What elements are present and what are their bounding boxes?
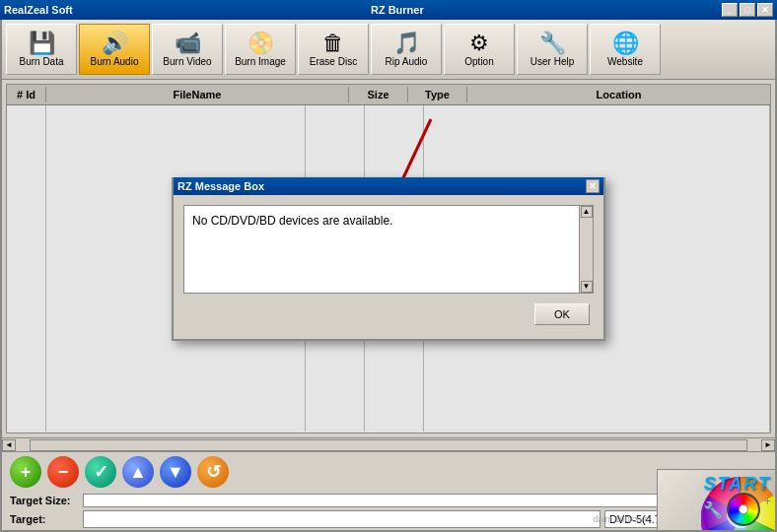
toolbar: 💾 Burn Data 🔊 Burn Audio 📹 Burn Video 📀 … — [2, 20, 775, 80]
remove-button[interactable]: − — [47, 456, 79, 488]
rip-audio-button[interactable]: 🎵 Rip Audio — [371, 24, 442, 75]
burn-video-button[interactable]: 📹 Burn Video — [152, 24, 223, 75]
h-scroll-right[interactable]: ► — [761, 439, 775, 451]
maximize-button[interactable]: □ — [740, 3, 755, 17]
close-button[interactable]: ✕ — [757, 3, 773, 17]
erase-disc-button[interactable]: 🗑 Erase Disc — [298, 24, 369, 75]
start-label: START — [704, 474, 771, 495]
burn-data-icon: 💾 — [29, 33, 55, 54]
website-button[interactable]: 🌐 Website — [590, 24, 661, 75]
burn-image-button[interactable]: 📀 Burn Image — [225, 24, 296, 75]
target-label: Target: — [10, 513, 77, 525]
target-row: Target: DVD-5(4.7G) Disc Label — [10, 510, 767, 528]
user-help-icon: 🔧 — [539, 33, 566, 54]
burn-audio-button[interactable]: 🔊 Burn Audio — [79, 24, 150, 75]
website-label: Website — [607, 56, 643, 67]
user-help-button[interactable]: 🔧 User Help — [517, 24, 588, 75]
ok-button[interactable]: OK — [534, 303, 590, 325]
scroll-up-arrow[interactable]: ▲ — [581, 206, 593, 218]
check-button[interactable]: ✓ — [85, 456, 116, 488]
burn-video-label: Burn Video — [163, 56, 211, 67]
h-scroll-track[interactable] — [30, 439, 747, 451]
target-size-label: Target Size: — [10, 495, 77, 506]
start-panel: START 🔧 + — [657, 469, 775, 530]
scroll-down-arrow[interactable]: ▼ — [581, 281, 593, 293]
option-label: Option — [464, 56, 493, 67]
burn-image-icon: 📀 — [247, 33, 274, 54]
burn-data-label: Burn Data — [19, 56, 63, 67]
modal-message-area: No CD/DVD/BD devices are available. ▲ ▼ — [183, 205, 594, 294]
h-scrollbar: ◄ ► — [2, 437, 775, 451]
down-button[interactable]: ▼ — [160, 456, 191, 488]
burn-audio-label: Burn Audio — [91, 56, 139, 67]
modal-body: No CD/DVD/BD devices are available. ▲ ▼ … — [174, 195, 603, 339]
h-scroll-left[interactable]: ◄ — [2, 439, 16, 451]
modal-footer: OK — [183, 303, 594, 329]
option-icon: ⚙ — [469, 33, 489, 54]
burn-audio-icon: 🔊 — [102, 33, 128, 54]
title-bar: RealZeal Soft RZ Burner _ □ ✕ — [0, 0, 777, 20]
modal-message: No CD/DVD/BD devices are available. — [192, 214, 408, 228]
user-help-label: User Help — [530, 56, 574, 67]
up-button[interactable]: ▲ — [122, 456, 154, 488]
start-bottom-icons: 🔧 + — [703, 493, 771, 526]
start-area-content: START — [704, 474, 771, 495]
modal-scrollbar: ▲ ▼ — [579, 206, 593, 293]
modal-overlay: RZ Message Box ✕ No CD/DVD/BD devices ar… — [7, 85, 770, 432]
burn-video-icon: 📹 — [175, 33, 201, 54]
burn-image-label: Burn Image — [235, 56, 286, 67]
tools-icon: 🔧 — [703, 500, 723, 519]
file-table-container: # Id FileName Size Type Location — [6, 84, 771, 433]
target-size-row: Target Size: 0.00M/4.7G 0% — [10, 494, 767, 507]
erase-disc-icon: 🗑 — [322, 33, 344, 54]
cd-icon[interactable] — [727, 493, 760, 526]
rip-audio-icon: 🎵 — [393, 33, 420, 54]
app-name: RealZeal Soft — [4, 4, 73, 16]
status-bar: Target Size: 0.00M/4.7G 0% Target: DVD-5… — [2, 492, 775, 530]
modal-title: RZ Message Box — [177, 180, 264, 192]
modal-dialog: RZ Message Box ✕ No CD/DVD/BD devices ar… — [172, 177, 605, 341]
target-input[interactable] — [83, 510, 600, 528]
plus-small-icon: + — [764, 495, 771, 508]
minimize-button[interactable]: _ — [722, 3, 738, 17]
window-title: RZ Burner — [73, 4, 722, 16]
modal-close-button[interactable]: ✕ — [586, 179, 600, 193]
window-controls: _ □ ✕ — [722, 3, 773, 17]
rip-audio-label: Rip Audio — [386, 56, 428, 67]
erase-disc-label: Erase Disc — [310, 56, 357, 67]
refresh-button[interactable]: ↺ — [197, 456, 229, 488]
modal-title-bar: RZ Message Box ✕ — [174, 177, 603, 195]
burn-data-button[interactable]: 💾 Burn Data — [6, 24, 77, 75]
option-button[interactable]: ⚙ Option — [444, 24, 515, 75]
add-button[interactable]: + — [10, 456, 41, 488]
website-icon: 🌐 — [612, 33, 639, 54]
main-container: 💾 Burn Data 🔊 Burn Audio 📹 Burn Video 📀 … — [0, 20, 777, 532]
